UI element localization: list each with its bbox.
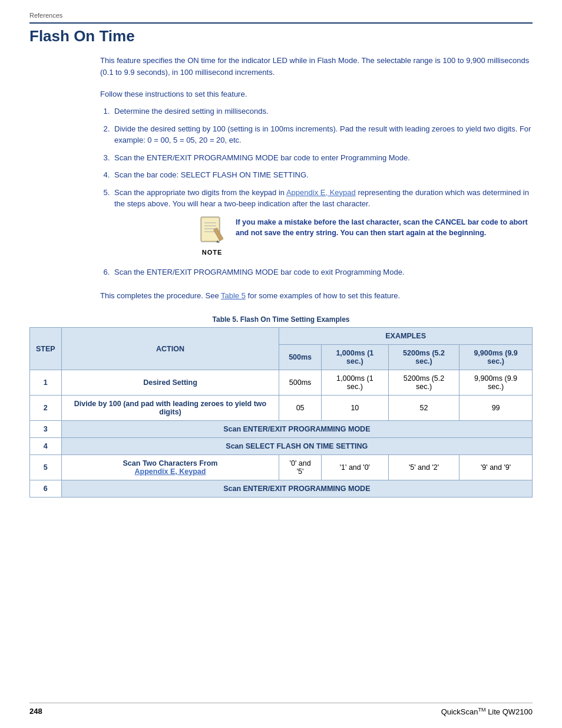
th-step: STEP xyxy=(30,328,62,370)
th-5200ms: 5200ms (5.2 sec.) xyxy=(388,345,459,370)
completes-before: This completes the procedure. See xyxy=(100,291,221,300)
list-item: Scan the ENTER/EXIT PROGRAMMING MODE bar… xyxy=(112,266,533,278)
val-5-2: '5' and '2' xyxy=(388,455,459,480)
table5-link[interactable]: Table 5 xyxy=(221,291,246,300)
th-action: ACTION xyxy=(61,328,279,370)
note-text: If you make a mistake before the last ch… xyxy=(236,216,533,239)
val-9900: 9,900ms (9.9 sec.) xyxy=(459,370,533,396)
breadcrumb: References xyxy=(29,12,533,19)
completes-text: This completes the procedure. See Table … xyxy=(100,290,533,302)
appendix-e-link[interactable]: Appendix E, Keypad xyxy=(286,188,356,197)
val-9-9: '9' and '9' xyxy=(459,455,533,480)
footer-page-number: 248 xyxy=(29,707,42,716)
instructions-list: Determine the desired setting in millise… xyxy=(112,106,533,278)
list-item: Divide the desired setting by 100 (setti… xyxy=(112,123,533,146)
table-row: 4 Scan SELECT FLASH ON TIME SETTING xyxy=(30,438,533,455)
step-4: 4 xyxy=(30,438,62,455)
note-box: NOTE If you make a mistake before the la… xyxy=(197,216,533,258)
step-1-text: Determine the desired setting in millise… xyxy=(114,107,269,116)
step-3-text: Scan the ENTER/EXIT PROGRAMMING MODE bar… xyxy=(114,153,410,162)
step-1: 1 xyxy=(30,370,62,396)
step-3: 3 xyxy=(30,421,62,438)
val-10: 10 xyxy=(321,396,388,421)
completes-after: for some examples of how to set this fea… xyxy=(246,291,400,300)
val-1-0: '1' and '0' xyxy=(321,455,388,480)
val-500: 500ms xyxy=(279,370,322,396)
table-row: 2 Divide by 100 (and pad with leading ze… xyxy=(30,396,533,421)
val-52: 52 xyxy=(388,396,459,421)
action-desired: Desired Setting xyxy=(61,370,279,396)
step-2-text: Divide the desired setting by 100 (setti… xyxy=(114,124,531,145)
footer: 248 QuickScanTM Lite QW2100 xyxy=(29,703,533,716)
table-title: Table 5. Flash On Time Setting Examples xyxy=(29,315,533,324)
footer-product-name: QuickScanTM Lite QW2100 xyxy=(441,707,533,716)
val-99: 99 xyxy=(459,396,533,421)
action-enter-exit-1: Scan ENTER/EXIT PROGRAMMING MODE xyxy=(61,421,532,438)
th-500ms: 500ms xyxy=(279,345,322,370)
table-row: 6 Scan ENTER/EXIT PROGRAMMING MODE xyxy=(30,480,533,498)
intro-text: This feature specifies the ON time for t… xyxy=(100,55,533,78)
examples-table: STEP ACTION EXAMPLES 500ms 1,000ms (1 se… xyxy=(29,327,533,498)
val-0-5: '0' and '5' xyxy=(279,455,322,480)
action-divide: Divide by 100 (and pad with leading zero… xyxy=(61,396,279,421)
th-9900ms: 9,900ms (9.9 sec.) xyxy=(459,345,533,370)
note-image xyxy=(199,216,226,246)
list-item: Determine the desired setting in millise… xyxy=(112,106,533,117)
step-2: 2 xyxy=(30,396,62,421)
note-icon-container: NOTE xyxy=(197,216,227,258)
table-row: 5 Scan Two Characters FromAppendix E, Ke… xyxy=(30,455,533,480)
note-label: NOTE xyxy=(202,248,223,258)
step-5-text: Scan the appropriate two digits from the… xyxy=(114,188,286,197)
follow-text: Follow these instructions to set this fe… xyxy=(100,90,533,98)
val-05: 05 xyxy=(279,396,322,421)
list-item: Scan the bar code: SELECT FLASH ON TIME … xyxy=(112,169,533,181)
action-enter-exit-2: Scan ENTER/EXIT PROGRAMMING MODE xyxy=(61,480,532,498)
th-examples: EXAMPLES xyxy=(279,328,533,345)
action-select-flash: Scan SELECT FLASH ON TIME SETTING xyxy=(61,438,532,455)
list-item: Scan the appropriate two digits from the… xyxy=(112,187,533,258)
table-row: 3 Scan ENTER/EXIT PROGRAMMING MODE xyxy=(30,421,533,438)
th-1000ms: 1,000ms (1 sec.) xyxy=(321,345,388,370)
table-row: 1 Desired Setting 500ms 1,000ms (1 sec.)… xyxy=(30,370,533,396)
val-1000: 1,000ms (1 sec.) xyxy=(321,370,388,396)
appendix-e-link-table[interactable]: Appendix E, Keypad xyxy=(135,467,206,476)
action-scan-two: Scan Two Characters FromAppendix E, Keyp… xyxy=(61,455,279,480)
step-5: 5 xyxy=(30,455,62,480)
step-6-text: Scan the ENTER/EXIT PROGRAMMING MODE bar… xyxy=(114,268,404,276)
page-title: Flash On Time xyxy=(29,22,533,45)
step-6: 6 xyxy=(30,480,62,498)
list-item: Scan the ENTER/EXIT PROGRAMMING MODE bar… xyxy=(112,152,533,164)
val-5200: 5200ms (5.2 sec.) xyxy=(388,370,459,396)
step-4-text: Scan the bar code: SELECT FLASH ON TIME … xyxy=(114,170,309,179)
